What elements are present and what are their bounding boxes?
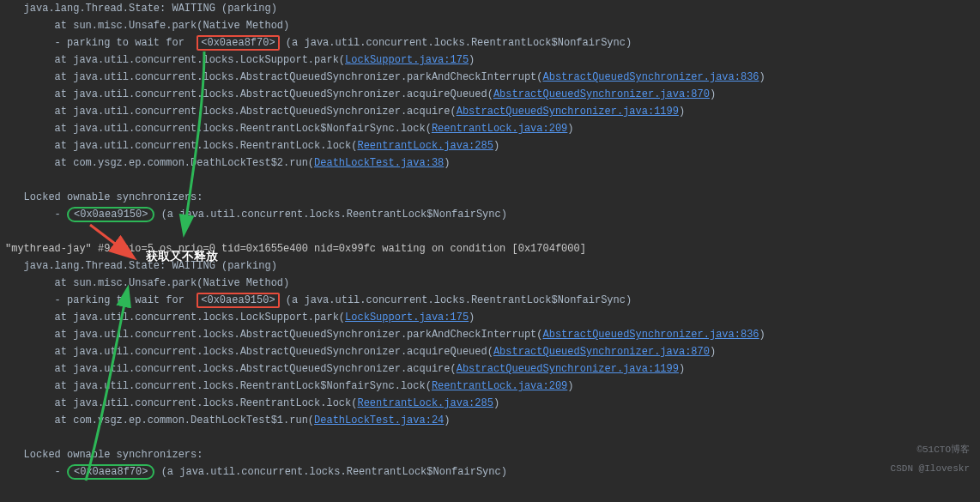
thread1-locked-id: - <0x0aea9150> (a java.util.concurrent.l…	[5, 206, 975, 223]
lock-id-8f70-waiting: <0x0aea8f70>	[197, 35, 279, 51]
link-locksupport[interactable]: LockSupport.java:175	[345, 54, 469, 66]
thread1-parking: - parking to wait for <0x0aea8f70> (a ja…	[5, 34, 975, 51]
link-reentrant-209[interactable]: ReentrantLock.java:209	[432, 123, 567, 135]
watermark-csdn: CSDN @Iloveskr	[891, 460, 970, 477]
thread2-frame-locksupport: at java.util.concurrent.locks.LockSuppor…	[5, 309, 975, 326]
lock-id-9150-waiting: <0x0aea9150>	[197, 293, 279, 308]
link-deathlocktest-24[interactable]: DeathLockTest.java:24	[314, 414, 444, 426]
thread2-locked-header: Locked ownable synchronizers:	[5, 446, 975, 463]
thread1-frame-nonfairsync: at java.util.concurrent.locks.ReentrantL…	[5, 120, 975, 137]
link-deathlocktest-38[interactable]: DeathLockTest.java:38	[314, 157, 444, 169]
thread2-frame-reentrantlock: at java.util.concurrent.locks.ReentrantL…	[5, 395, 975, 412]
link-aqs-870[interactable]: AbstractQueuedSynchronizer.java:870	[493, 88, 710, 100]
thread1-frame-aqs-parkcheck: at java.util.concurrent.locks.AbstractQu…	[5, 69, 975, 86]
thread1-locked-header: Locked ownable synchronizers:	[5, 189, 975, 206]
thread1-frame-unsafe: at sun.misc.Unsafe.park(Native Method)	[5, 17, 975, 34]
link-reentrant-285-2[interactable]: ReentrantLock.java:285	[357, 397, 493, 409]
thread2-frame-aqs-parkcheck: at java.util.concurrent.locks.AbstractQu…	[5, 326, 975, 343]
link-reentrant-209-2[interactable]: ReentrantLock.java:209	[432, 380, 567, 392]
thread1-frame-aqs-acquirequeued: at java.util.concurrent.locks.AbstractQu…	[5, 86, 975, 103]
thread1-frame-deathlocktest: at com.ysgz.ep.common.DeathLockTest$2.ru…	[5, 154, 975, 172]
thread2-frame-aqs-acquirequeued: at java.util.concurrent.locks.AbstractQu…	[5, 343, 975, 360]
link-aqs-836-2[interactable]: AbstractQueuedSynchronizer.java:836	[543, 329, 759, 341]
blank-1	[5, 172, 975, 189]
thread2-locked-id: - <0x0aea8f70> (a java.util.concurrent.l…	[5, 463, 975, 481]
thread2-frame-nonfairsync: at java.util.concurrent.locks.ReentrantL…	[5, 378, 975, 395]
thread2-parking: - parking to wait for <0x0aea9150> (a ja…	[5, 292, 975, 309]
thread2-frame-unsafe: at sun.misc.Unsafe.park(Native Method)	[5, 275, 975, 292]
lock-id-9150-owned: <0x0aea9150>	[67, 207, 154, 222]
annotation-text: 获取又不释放	[146, 247, 218, 264]
link-aqs-836[interactable]: AbstractQueuedSynchronizer.java:836	[543, 71, 759, 83]
thread2-frame-deathlocktest: at com.ysgz.ep.common.DeathLockTest$1.ru…	[5, 412, 975, 429]
thread1-frame-locksupport: at java.util.concurrent.locks.LockSuppor…	[5, 51, 975, 69]
thread2-frame-aqs-acquire: at java.util.concurrent.locks.AbstractQu…	[5, 360, 975, 378]
link-aqs-870-2[interactable]: AbstractQueuedSynchronizer.java:870	[493, 346, 710, 358]
link-locksupport-2[interactable]: LockSupport.java:175	[345, 311, 469, 324]
thread-dump-console[interactable]: java.lang.Thread.State: WAITING (parking…	[0, 0, 980, 484]
link-reentrant-285[interactable]: ReentrantLock.java:285	[357, 140, 493, 152]
blank-2	[5, 223, 975, 240]
blank-3	[5, 429, 975, 446]
park-suffix: (a java.util.concurrent.locks.ReentrantL…	[280, 37, 632, 49]
park-prefix: - parking to wait for	[5, 37, 197, 49]
lock-id-8f70-owned: <0x0aea8f70>	[67, 464, 154, 480]
link-aqs-1199[interactable]: AbstractQueuedSynchronizer.java:1199	[457, 106, 679, 118]
watermark-cto: ©51CTO博客	[916, 441, 970, 458]
thread1-frame-reentrantlock: at java.util.concurrent.locks.ReentrantL…	[5, 137, 975, 154]
link-aqs-1199-2[interactable]: AbstractQueuedSynchronizer.java:1199	[457, 363, 679, 375]
thread1-state: java.lang.Thread.State: WAITING (parking…	[5, 0, 975, 17]
thread1-frame-aqs-acquire: at java.util.concurrent.locks.AbstractQu…	[5, 103, 975, 120]
